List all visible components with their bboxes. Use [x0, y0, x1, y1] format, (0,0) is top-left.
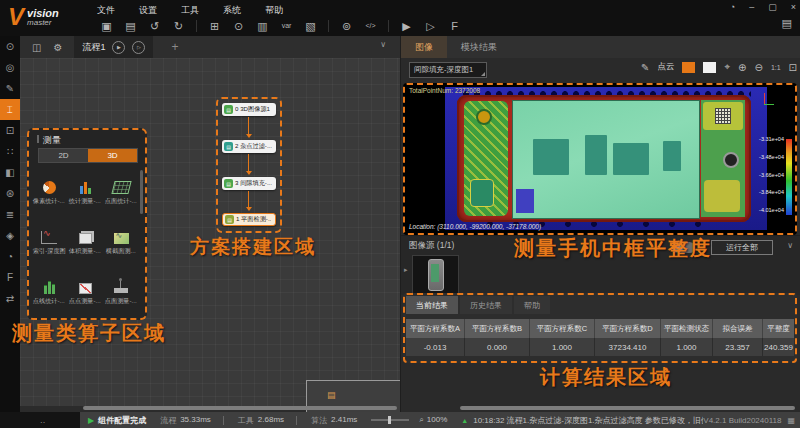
status-bar: ‥ ▶ 组件配置完成 流程35.33ms 工具2.68ms 算法2.41ms ⌕… — [0, 412, 800, 428]
canvas-zoom-slider[interactable] — [371, 419, 409, 421]
node-icon: ▤ — [224, 105, 233, 114]
performance-icon[interactable]: ◔ — [730, 2, 735, 12]
minimize-icon[interactable]: – — [749, 2, 754, 12]
tab-3d[interactable]: 3D — [88, 149, 137, 162]
adjust-icon[interactable]: ◧ — [0, 162, 20, 183]
tab-history-result[interactable]: 历史结果 — [460, 296, 512, 314]
tab-help[interactable]: 帮助 — [514, 296, 550, 314]
menu-tools[interactable]: 工具 — [179, 3, 201, 18]
locate-icon[interactable]: ⊡ — [0, 120, 20, 141]
pointcloud-label: 点云 — [657, 61, 674, 73]
center-view-icon[interactable]: ⌖ — [724, 61, 730, 73]
measure-icon[interactable]: ⌶ — [0, 99, 20, 120]
chevron-down-icon[interactable]: ∨ — [380, 40, 386, 49]
new-window-icon[interactable]: ⊞ — [208, 17, 221, 35]
status-more[interactable]: ‥ — [0, 412, 80, 428]
colorbar-tick: -3.84e+04 — [759, 189, 784, 195]
package-icon[interactable]: ▧ — [304, 17, 317, 35]
node-plane-detect[interactable]: ▤ 1 平面检测-... — [222, 213, 276, 226]
tab-current-result[interactable]: 当前结果 — [406, 296, 458, 314]
mark-icon[interactable]: ◈ — [0, 225, 20, 246]
format-f-icon[interactable]: F — [0, 267, 20, 288]
histogram-icon[interactable]: ≣ — [0, 204, 20, 225]
calibration-icon[interactable]: ◎ — [0, 57, 20, 78]
chevron-down-icon[interactable]: ∨ — [787, 241, 793, 250]
save-icon[interactable]: ▣ — [100, 17, 113, 35]
flow-header: ◫ ⚙ 流程1 ▶ ▷ + ∨ — [20, 36, 400, 59]
tool-pixel-stats[interactable]: 像素统计-... — [31, 168, 67, 218]
annotation-build-area: 方案搭建区域 — [190, 234, 316, 260]
panel-scrollbar[interactable] — [140, 170, 143, 214]
undo-icon[interactable]: ↺ — [148, 17, 161, 35]
tool-cross-section[interactable]: ∿ 横截面测... — [103, 218, 139, 268]
image-viewport[interactable]: TotalPointNum: 2372008 Location: (3110.0… — [403, 83, 797, 235]
expand-strip-icon[interactable]: ▸ — [404, 266, 408, 274]
tool-point-surface-stats[interactable]: 点面统计-... — [103, 168, 139, 218]
results-hscrollbar[interactable] — [460, 406, 795, 410]
wrench-icon[interactable]: ⚙ — [53, 42, 62, 53]
global-run-icon[interactable]: ⊚ — [340, 17, 353, 35]
zoom-out-icon[interactable]: ⊖ — [754, 62, 762, 73]
color-swatch-white[interactable] — [703, 62, 716, 73]
dimension-tabs: 2D 3D — [38, 148, 138, 163]
history-icon[interactable]: ◔ — [0, 246, 20, 267]
color-swatch-orange[interactable] — [682, 62, 695, 73]
node-noise-filter[interactable]: ▤ 2 杂点过滤-... — [222, 140, 276, 153]
variables-icon[interactable]: var — [280, 17, 293, 35]
tool-point-point-measure[interactable]: 点点测量-... — [67, 268, 103, 318]
menu-help[interactable]: 帮助 — [263, 3, 285, 18]
val-coef-d: 37234.410 — [595, 338, 661, 356]
tool-stats-measure[interactable]: 统计测量-... — [67, 168, 103, 218]
menu-settings[interactable]: 设置 — [137, 3, 159, 18]
image-edit-icon[interactable]: ✎ — [0, 78, 20, 99]
redo-icon[interactable]: ↻ — [172, 17, 185, 35]
tab-2d[interactable]: 2D — [39, 149, 88, 162]
cube-icon — [79, 230, 92, 244]
annotation-operators-area: 测量类算子区域 — [12, 320, 166, 347]
result-tabs: 当前结果 历史结果 帮助 — [406, 296, 550, 314]
image-config-icon[interactable]: ⊛ — [0, 183, 20, 204]
tool-volume-measure[interactable]: 体积测量-... — [67, 218, 103, 268]
title-bar: V vision master 文件 设置 工具 系统 帮助 ◔ – ▢ × ▣… — [0, 0, 800, 37]
display-source-dropdown[interactable]: 间隙填充-深度图1 — [409, 62, 487, 78]
node-gap-fill[interactable]: ▤ 3 间隙填充-... — [222, 177, 276, 190]
total-point-count-overlay: TotalPointNum: 2372008 — [409, 87, 480, 94]
tab-image[interactable]: 图像 — [401, 36, 447, 58]
menu-system[interactable]: 系统 — [221, 3, 243, 18]
tool-point-plane-measure[interactable]: 点面测量-... — [103, 268, 139, 318]
one-to-one-icon[interactable]: 1:1 — [771, 64, 781, 71]
canvas-hscrollbar[interactable] — [83, 406, 397, 410]
script-icon[interactable]: </> — [364, 17, 377, 35]
format-icon[interactable]: F — [448, 17, 461, 35]
run-all-dropdown[interactable]: 运行全部 — [711, 240, 773, 255]
camera-icon[interactable]: ⊙ — [232, 17, 245, 35]
annotation-flatness: 测量手机中框平整度 — [514, 235, 712, 262]
tool-point-line-stats[interactable]: 点线统计-... — [31, 268, 67, 318]
zoom-in-icon[interactable]: ⊕ — [738, 62, 746, 73]
run-flow-icon[interactable]: ▶ — [112, 41, 125, 54]
edit-icon[interactable]: ✎ — [641, 62, 649, 73]
flowchart-icon[interactable]: ◫ — [32, 42, 41, 53]
camera-icon[interactable]: ⊙ — [0, 36, 20, 57]
step-run-flow-icon[interactable]: ▷ — [132, 41, 145, 54]
restore-icon[interactable]: ▢ — [768, 2, 777, 12]
tab-module-results[interactable]: 模块结果 — [447, 36, 511, 58]
fit-view-icon[interactable]: ⊡ — [789, 62, 797, 73]
tool-index-depth-map[interactable]: ∿ 索引-深度图 — [31, 218, 67, 268]
open-solution-icon[interactable]: ▤ — [124, 17, 137, 35]
matrix-icon[interactable]: ∷ — [0, 141, 20, 162]
node-3d-image-source[interactable]: ▤ 0 3D图像源1 — [222, 103, 276, 116]
io-panel-icon[interactable]: ▥ — [256, 17, 269, 35]
transfer-icon[interactable]: ⇄ — [0, 288, 20, 309]
minimap-nodes-icon: ▤ — [327, 390, 336, 400]
log-panel-icon[interactable]: ▦ — [787, 416, 795, 425]
add-flow-button[interactable]: + — [171, 40, 178, 54]
open-result-folder-icon[interactable]: ▤ — [782, 17, 792, 30]
menu-file[interactable]: 文件 — [95, 3, 117, 18]
image-thumbnail[interactable] — [412, 255, 459, 294]
tab-flow-1[interactable]: 流程1 ▶ ▷ — [74, 36, 153, 58]
status-log[interactable]: ▲ 10:18:32 流程1.杂点过滤-深度图1.杂点过滤高度 参数已修改，旧值… — [461, 415, 703, 426]
step-run-icon[interactable]: ▷ — [424, 17, 437, 35]
close-icon[interactable]: × — [791, 2, 796, 12]
run-icon[interactable]: ▶ — [400, 17, 413, 35]
